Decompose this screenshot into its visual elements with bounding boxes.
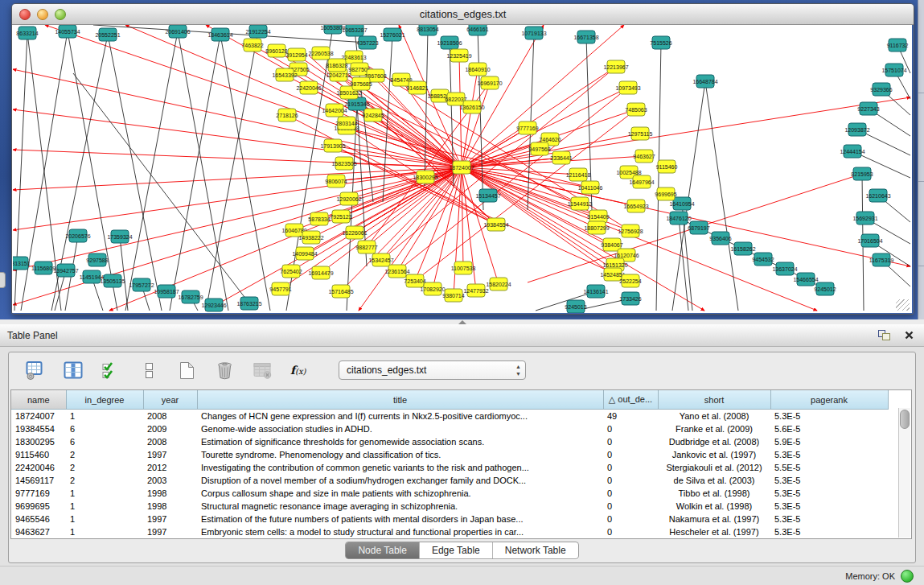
graph-node[interactable]: 17359324 — [107, 230, 132, 243]
column-header-year[interactable]: year — [143, 390, 197, 410]
graph-node[interactable]: 8633214 — [16, 27, 38, 39]
graph-node[interactable]: 17016504 — [857, 234, 882, 247]
graph-node[interactable]: 2718126 — [276, 109, 298, 122]
graph-node[interactable]: 9497568 — [528, 142, 550, 155]
graph-node[interactable]: 13942757 — [53, 264, 78, 277]
graph-node[interactable]: 10958187 — [154, 285, 179, 298]
graph-node[interactable]: 15134457 — [475, 189, 500, 202]
graph-node[interactable]: 18763215 — [236, 297, 261, 310]
graph-node[interactable]: 15716485 — [328, 285, 353, 298]
graph-node[interactable]: 20206576 — [65, 229, 90, 242]
graph-node[interactable]: 9245013 — [565, 300, 586, 313]
delete-icon[interactable] — [214, 360, 235, 381]
graph-node[interactable]: 11544913 — [568, 197, 593, 210]
network-canvas[interactable]: 8633214140557342055225120691406184636142… — [12, 25, 912, 313]
graph-node[interactable]: 5878334 — [308, 212, 330, 225]
graph-node[interactable]: 20691406 — [165, 25, 190, 38]
graph-node[interactable]: 18807299 — [584, 221, 609, 234]
graph-node[interactable]: 14136141 — [583, 285, 608, 298]
graph-node[interactable]: 9245012 — [814, 282, 836, 295]
graph-node[interactable]: 9227343 — [857, 102, 879, 115]
graph-node[interactable]: 16969170 — [477, 76, 502, 89]
tab-edge-table[interactable]: Edge Table — [419, 542, 492, 558]
table-row[interactable]: 1938455462009Genome-wide association stu… — [11, 422, 888, 435]
graph-node[interactable]: 22420046 — [296, 81, 321, 94]
graph-node[interactable]: 15276021 — [380, 28, 405, 41]
graph-node[interactable]: 7515526 — [650, 36, 671, 49]
table-row[interactable]: 946362711997Embryonic stem cells: a mode… — [11, 525, 888, 538]
column-header-out_de[interactable]: △ out_de... — [603, 390, 658, 410]
graph-node[interactable]: 12975115 — [628, 127, 653, 140]
graph-node[interactable]: 9806074 — [325, 175, 347, 187]
graph-node[interactable]: 9777169 — [516, 122, 538, 134]
graph-node[interactable]: 7485063 — [625, 103, 647, 116]
graph-node[interactable]: 9356406 — [709, 232, 731, 245]
graph-node[interactable]: 9116732 — [887, 39, 909, 51]
formula-icon[interactable]: f(x) — [290, 360, 310, 381]
graph-node[interactable]: 13505135 — [100, 274, 125, 287]
table-row[interactable]: 977716911998Corpus callosum shape and si… — [11, 487, 888, 500]
graph-node[interactable]: 9882777 — [355, 241, 377, 253]
graph-node[interactable]: 16654923 — [623, 200, 648, 212]
graph-node[interactable]: 18724007 — [449, 161, 474, 174]
graph-node[interactable]: 12923446 — [201, 299, 226, 311]
graph-node[interactable]: 9115460 — [656, 160, 678, 173]
table-selector-dropdown[interactable]: citations_edges.txt ▲▼ — [339, 360, 526, 380]
graph-node[interactable]: 9454532 — [752, 253, 774, 266]
graph-node[interactable]: 6466161 — [466, 25, 488, 35]
tab-network-table[interactable]: Network Table — [492, 542, 578, 558]
graph-node[interactable]: 9297588 — [86, 253, 108, 266]
graph-node[interactable]: 18476120 — [666, 212, 691, 225]
graph-node[interactable]: 16226061 — [342, 226, 367, 239]
graph-node[interactable]: 17957272 — [129, 278, 154, 291]
graph-node[interactable]: 14642004 — [322, 104, 347, 117]
column-header-short[interactable]: short — [658, 390, 770, 410]
graph-node[interactable]: 12093872 — [844, 123, 869, 136]
graph-node[interactable]: 22260538 — [308, 47, 333, 60]
table-scrollbar[interactable] — [898, 408, 910, 538]
graph-node[interactable]: 14055734 — [55, 25, 80, 38]
graph-node[interactable]: 16543392 — [272, 68, 297, 81]
tab-node-table[interactable]: Node Table — [346, 542, 419, 558]
graph-node[interactable]: 11007538 — [451, 262, 476, 274]
graph-node[interactable]: 18640910 — [465, 63, 490, 76]
graph-node[interactable]: 8215953 — [851, 167, 873, 180]
graph-node[interactable]: 15820224 — [486, 278, 511, 290]
graph-node[interactable]: 16210643 — [865, 189, 890, 202]
graph-node[interactable]: 13637024 — [772, 262, 797, 275]
column-header-title[interactable]: title — [197, 390, 603, 410]
graph-node[interactable]: 1733426 — [619, 292, 641, 305]
graph-node[interactable]: 9329366 — [870, 83, 892, 96]
minimize-window-icon[interactable] — [37, 9, 48, 20]
graph-node[interactable]: 14099484 — [292, 247, 317, 260]
graph-node[interactable]: 12477932 — [463, 284, 488, 297]
network-window-titlebar[interactable]: citations_edges.txt — [12, 4, 914, 25]
graph-node[interactable]: 7625402 — [280, 265, 302, 278]
graph-node[interactable]: 19218506 — [437, 36, 462, 49]
new-document-icon[interactable] — [176, 360, 197, 381]
graph-node[interactable]: 19384554 — [483, 218, 508, 231]
graph-node[interactable]: 2336441 — [550, 151, 572, 164]
graph-node[interactable]: 9875685 — [350, 77, 372, 90]
graph-node[interactable]: 13626150 — [459, 101, 484, 113]
graph-node[interactable]: 8960128 — [265, 44, 287, 57]
graph-node[interactable]: 9313151 — [13, 257, 31, 270]
table-settings-icon[interactable] — [25, 360, 46, 381]
resize-grip-icon[interactable] — [896, 299, 910, 311]
graph-node[interactable]: 8813054 — [417, 25, 438, 35]
graph-node[interactable]: 2803144 — [335, 117, 357, 130]
column-edit-icon[interactable] — [63, 360, 84, 381]
graph-node[interactable]: 9463627 — [633, 150, 655, 163]
graph-node[interactable]: 12756928 — [618, 225, 643, 237]
graph-node[interactable]: 12325419 — [446, 49, 471, 62]
graph-node[interactable]: 8186328 — [326, 59, 347, 72]
collapsed-panel-handle[interactable] — [0, 272, 6, 288]
memory-status-icon[interactable] — [901, 570, 914, 583]
column-header-pagerank[interactable]: pagerank — [770, 390, 888, 410]
graph-node[interactable]: 9380714 — [442, 289, 464, 302]
graph-node[interactable]: 10411046 — [578, 181, 603, 194]
column-header-in_degree[interactable]: in_degree — [66, 390, 143, 410]
graph-node[interactable]: 9457791 — [269, 282, 291, 295]
graph-node[interactable]: 20552251 — [95, 28, 120, 41]
table-row[interactable]: 946554611997Estimation of the future num… — [11, 513, 888, 525]
